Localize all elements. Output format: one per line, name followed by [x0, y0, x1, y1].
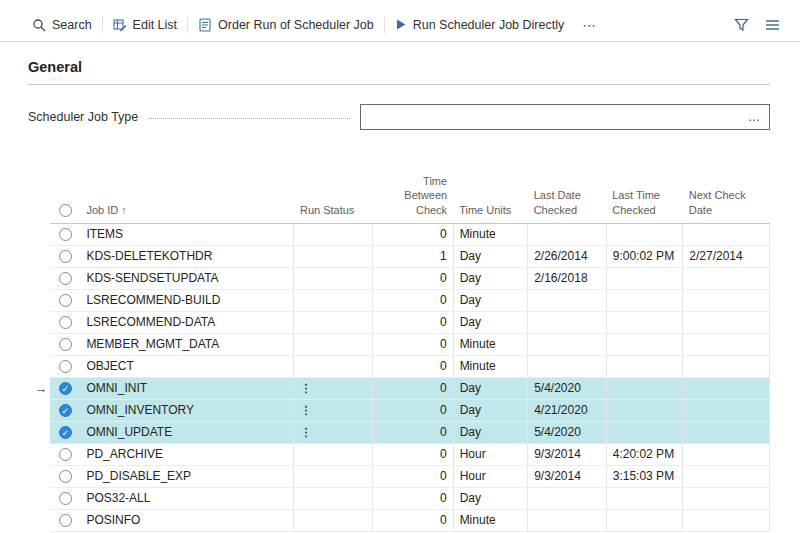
- edit-list-button[interactable]: Edit List: [103, 8, 187, 41]
- table-row[interactable]: OBJECT0Minute: [28, 355, 770, 377]
- cell-next-check-date: [683, 311, 770, 333]
- cell-time-between-check: 0: [373, 421, 454, 443]
- table-row[interactable]: →✓OMNI_INIT⋮0Day5/4/2020: [28, 377, 770, 399]
- col-header-next-check-date[interactable]: Next Check Date: [683, 172, 770, 223]
- row-arrow-spacer: [28, 267, 50, 289]
- search-button[interactable]: Search: [22, 8, 102, 41]
- scheduler-job-type-field-row: Scheduler Job Type …: [28, 104, 770, 130]
- row-select-radio[interactable]: [59, 250, 72, 263]
- row-select-cell: [50, 465, 80, 487]
- cell-last-time-checked: [606, 421, 683, 443]
- cell-run-status: [294, 333, 373, 355]
- table-row[interactable]: LSRECOMMEND-BUILD0Day: [28, 289, 770, 311]
- run-directly-button[interactable]: Run Scheduler Job Directly: [385, 8, 574, 41]
- row-select-radio[interactable]: [59, 228, 72, 241]
- row-select-radio[interactable]: [59, 448, 72, 461]
- edit-list-label: Edit List: [133, 18, 177, 32]
- cell-next-check-date: [683, 399, 770, 421]
- cell-time-between-check: 0: [373, 509, 454, 531]
- list-view-icon[interactable]: [765, 19, 780, 31]
- table-row[interactable]: PD_DISABLE_EXP0Hour9/3/20143:15:03 PM: [28, 465, 770, 487]
- cell-time-between-check: 0: [373, 377, 454, 399]
- cell-time-units: Day: [453, 487, 528, 509]
- row-select-cell: ✓: [50, 377, 80, 399]
- general-section-header[interactable]: General: [28, 59, 770, 85]
- cell-time-units: Day: [453, 311, 528, 333]
- cell-last-time-checked: [606, 399, 683, 421]
- row-ellipsis-menu[interactable]: ⋮: [300, 382, 311, 395]
- row-select-radio[interactable]: [59, 492, 72, 505]
- cell-run-status: ⋮: [294, 399, 373, 421]
- cell-next-check-date: [683, 487, 770, 509]
- row-select-radio[interactable]: [59, 338, 72, 351]
- table-row[interactable]: LSRECOMMEND-DATA0Day: [28, 311, 770, 333]
- cell-next-check-date: [683, 267, 770, 289]
- dotted-leader: [148, 118, 350, 119]
- col-header-last-time-checked[interactable]: Last Time Checked: [606, 172, 683, 223]
- cell-time-between-check: 0: [373, 333, 454, 355]
- cell-last-date-checked: 5/4/2020: [528, 421, 607, 443]
- cell-time-between-check: 0: [373, 355, 454, 377]
- col-header-time-between-check[interactable]: Time Between Check: [373, 172, 454, 223]
- table-row[interactable]: PD_ARCHIVE0Hour9/3/20144:20:02 PM: [28, 443, 770, 465]
- col-header-time-units[interactable]: Time Units: [453, 172, 528, 223]
- arrow-column-header: [28, 172, 50, 223]
- cell-last-time-checked: [606, 509, 683, 531]
- table-row[interactable]: KDS-DELETEKOTHDR1Day2/26/20149:00:02 PM2…: [28, 245, 770, 267]
- cell-last-time-checked: [606, 333, 683, 355]
- table-header-row: Job ID ↑ Run Status Time Between Check T…: [28, 172, 770, 223]
- row-arrow-spacer: [28, 399, 50, 421]
- cell-next-check-date: [683, 443, 770, 465]
- row-ellipsis-menu[interactable]: ⋮: [300, 426, 311, 439]
- row-selected-check-icon[interactable]: ✓: [59, 382, 72, 395]
- cell-next-check-date: [683, 333, 770, 355]
- row-select-radio[interactable]: [59, 294, 72, 307]
- cell-next-check-date: [683, 377, 770, 399]
- cell-next-check-date: [683, 355, 770, 377]
- cell-job-id: OMNI_INIT: [80, 377, 294, 399]
- table-row[interactable]: ITEMS0Minute: [28, 223, 770, 245]
- row-selected-check-icon[interactable]: ✓: [59, 404, 72, 417]
- cell-run-status: [294, 267, 373, 289]
- row-ellipsis-menu[interactable]: ⋮: [300, 404, 311, 417]
- row-select-radio[interactable]: [59, 272, 72, 285]
- cell-last-date-checked: 5/4/2020: [528, 377, 607, 399]
- row-selected-check-icon[interactable]: ✓: [59, 426, 72, 439]
- table-row[interactable]: POSINFO0Minute: [28, 509, 770, 531]
- row-arrow-spacer: [28, 333, 50, 355]
- table-row[interactable]: ✓OMNI_INVENTORY⋮0Day4/21/2020: [28, 399, 770, 421]
- cell-last-time-checked: [606, 355, 683, 377]
- more-actions-button[interactable]: ⋯: [574, 8, 605, 41]
- cell-next-check-date: [683, 421, 770, 443]
- scheduler-job-type-input[interactable]: [361, 105, 739, 129]
- table-row[interactable]: KDS-SENDSETUPDATA0Day2/16/2018: [28, 267, 770, 289]
- row-select-radio[interactable]: [59, 316, 72, 329]
- filter-icon[interactable]: [734, 18, 749, 32]
- cell-run-status: [294, 245, 373, 267]
- row-select-cell: [50, 311, 80, 333]
- assist-edit-button[interactable]: …: [739, 110, 769, 124]
- table-row[interactable]: ✓OMNI_UPDATE⋮0Day5/4/2020: [28, 421, 770, 443]
- row-select-radio[interactable]: [59, 514, 72, 527]
- search-icon: [32, 18, 46, 32]
- table-row[interactable]: POS32-ALL0Day: [28, 487, 770, 509]
- cell-time-units: Minute: [453, 355, 528, 377]
- cell-last-time-checked: [606, 377, 683, 399]
- cell-run-status: ⋮: [294, 377, 373, 399]
- current-row-arrow: →: [28, 377, 50, 399]
- order-run-button[interactable]: Order Run of Scheduler Job: [188, 8, 384, 41]
- cell-job-id: OMNI_INVENTORY: [80, 399, 294, 421]
- cell-time-between-check: 0: [373, 443, 454, 465]
- cell-time-units: Minute: [453, 333, 528, 355]
- cell-last-time-checked: [606, 487, 683, 509]
- row-select-radio[interactable]: [59, 360, 72, 373]
- table-row[interactable]: MEMBER_MGMT_DATA0Minute: [28, 333, 770, 355]
- col-header-job-id[interactable]: Job ID ↑: [80, 172, 294, 223]
- scheduler-job-type-label: Scheduler Job Type: [28, 110, 138, 124]
- cell-time-units: Day: [453, 289, 528, 311]
- table-body: ITEMS0MinuteKDS-DELETEKOTHDR1Day2/26/201…: [28, 223, 770, 531]
- col-header-run-status[interactable]: Run Status: [294, 172, 373, 223]
- col-header-last-date-checked[interactable]: Last Date Checked: [528, 172, 607, 223]
- select-all-radio[interactable]: [59, 204, 72, 217]
- row-select-radio[interactable]: [59, 470, 72, 483]
